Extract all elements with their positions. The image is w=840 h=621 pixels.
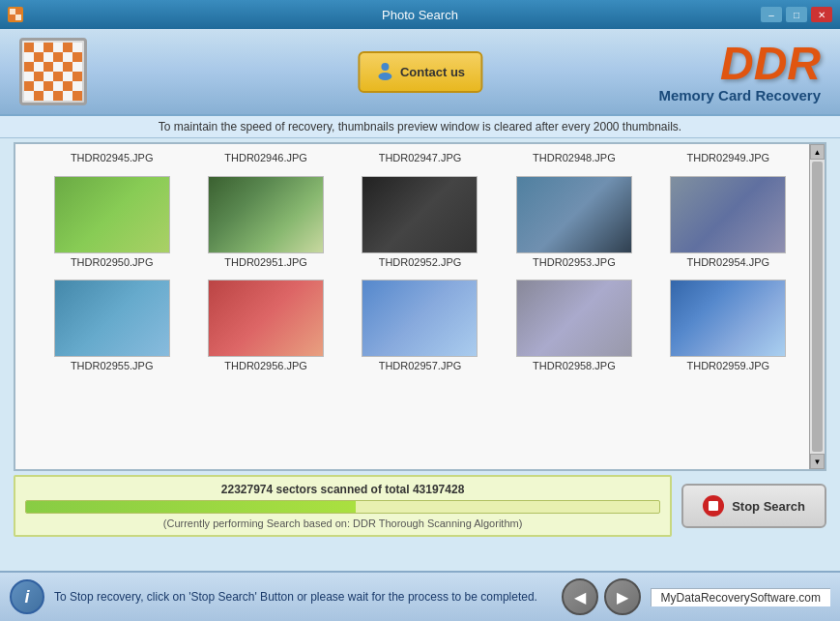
ddr-logo: DDR: [658, 41, 821, 87]
scroll-thumb[interactable]: [812, 162, 823, 452]
info-bar: To maintain the speed of recovery, thumb…: [0, 116, 840, 138]
thumbnail-image-4: [516, 176, 632, 253]
website-label: MyDataRecoverySoftware.com: [651, 588, 830, 606]
thumbnail-image-7: [208, 280, 324, 357]
info-bar-text: To maintain the speed of recovery, thumb…: [159, 120, 681, 133]
thumb-item-3[interactable]: THDR02952.JPG: [343, 170, 497, 270]
svg-rect-1: [15, 9, 21, 15]
thumbnail-row-1-labels: THDR02945.JPG THDR02946.JPG THDR02947.JP…: [15, 144, 825, 170]
contact-label: Contact us: [400, 65, 465, 79]
nav-buttons: ◀ ▶: [562, 578, 641, 615]
thumbnail-row-3: THDR02955.JPG THDR02956.JPG THDR02957.JP…: [15, 274, 825, 377]
scroll-down-button[interactable]: ▼: [810, 454, 825, 469]
thumb-label-2: THDR02946.JPG: [188, 148, 342, 170]
stop-label: Stop Search: [732, 499, 805, 514]
thumb-label-1: THDR02945.JPG: [35, 148, 188, 170]
thumb-item-6[interactable]: THDR02955.JPG: [35, 274, 188, 373]
brand-subtitle: Memory Card Recovery: [658, 87, 821, 104]
maximize-button[interactable]: □: [786, 7, 807, 22]
thumb-label-5: THDR02949.JPG: [652, 148, 805, 170]
header: Contact us DDR Memory Card Recovery: [0, 29, 840, 116]
thumb-item-1[interactable]: THDR02950.JPG: [35, 170, 188, 270]
title-bar: Photo Search – □ ✕: [0, 0, 840, 29]
thumb-item-8[interactable]: THDR02957.JPG: [343, 274, 497, 373]
contact-button[interactable]: Contact us: [358, 51, 482, 93]
svg-point-4: [381, 63, 389, 71]
minimize-button[interactable]: –: [761, 7, 782, 22]
progress-algo-text: (Currently performing Search based on: D…: [25, 518, 660, 529]
thumb-label-4: THDR02948.JPG: [497, 148, 651, 170]
thumbnail-image-9: [516, 280, 632, 357]
thumb-item-5[interactable]: THDR02954.JPG: [652, 170, 805, 270]
thumbnail-grid: THDR02945.JPG THDR02946.JPG THDR02947.JP…: [15, 144, 825, 469]
svg-rect-2: [10, 15, 15, 20]
thumbnail-image-2: [208, 176, 324, 253]
thumbnail-image-10: [670, 280, 786, 357]
logo-box: [19, 38, 87, 105]
svg-rect-0: [10, 9, 15, 15]
thumb-item-10[interactable]: THDR02959.JPG: [652, 274, 805, 373]
thumbnail-area: THDR02945.JPG THDR02946.JPG THDR02947.JP…: [14, 142, 826, 471]
stop-icon: [703, 495, 724, 517]
svg-rect-3: [15, 15, 21, 20]
app-icon: [8, 7, 23, 22]
thumb-label-3: THDR02947.JPG: [343, 148, 497, 170]
window-title: Photo Search: [382, 8, 458, 22]
brand-area: DDR Memory Card Recovery: [658, 41, 821, 104]
window-controls: – □ ✕: [761, 7, 832, 22]
thumb-item-4[interactable]: THDR02953.JPG: [497, 170, 651, 270]
thumbnail-row-2: THDR02950.JPG THDR02951.JPG THDR02952.JP…: [15, 170, 825, 274]
nav-forward-button[interactable]: ▶: [604, 578, 641, 615]
thumbnail-image-1: [54, 176, 170, 253]
checker-logo: [24, 43, 82, 101]
thumb-item-7[interactable]: THDR02956.JPG: [188, 274, 342, 373]
close-button[interactable]: ✕: [811, 7, 832, 22]
scrollbar[interactable]: ▲ ▼: [809, 144, 825, 469]
progress-area: 22327974 sectors scanned of total 431974…: [14, 475, 826, 537]
scroll-up-button[interactable]: ▲: [810, 144, 825, 160]
person-icon: [375, 61, 394, 83]
info-icon: i: [10, 579, 44, 614]
stop-search-button[interactable]: Stop Search: [681, 484, 826, 528]
progress-bar-fill: [26, 501, 356, 513]
svg-point-5: [378, 73, 391, 80]
thumbnail-image-3: [362, 176, 478, 253]
stop-square-icon: [709, 501, 718, 511]
progress-box: 22327974 sectors scanned of total 431974…: [14, 475, 672, 537]
thumb-item-9[interactable]: THDR02958.JPG: [497, 274, 651, 373]
bottom-info-text: To Stop recovery, click on 'Stop Search'…: [54, 590, 552, 604]
thumbnail-image-6: [54, 280, 170, 357]
nav-back-button[interactable]: ◀: [562, 578, 598, 615]
bottom-bar: i To Stop recovery, click on 'Stop Searc…: [0, 571, 840, 621]
thumbnail-image-8: [362, 280, 478, 357]
thumb-item-2[interactable]: THDR02951.JPG: [188, 170, 342, 270]
thumbnail-image-5: [670, 176, 786, 253]
progress-bar-container: [25, 500, 660, 514]
progress-sectors-text: 22327974 sectors scanned of total 431974…: [25, 483, 660, 496]
